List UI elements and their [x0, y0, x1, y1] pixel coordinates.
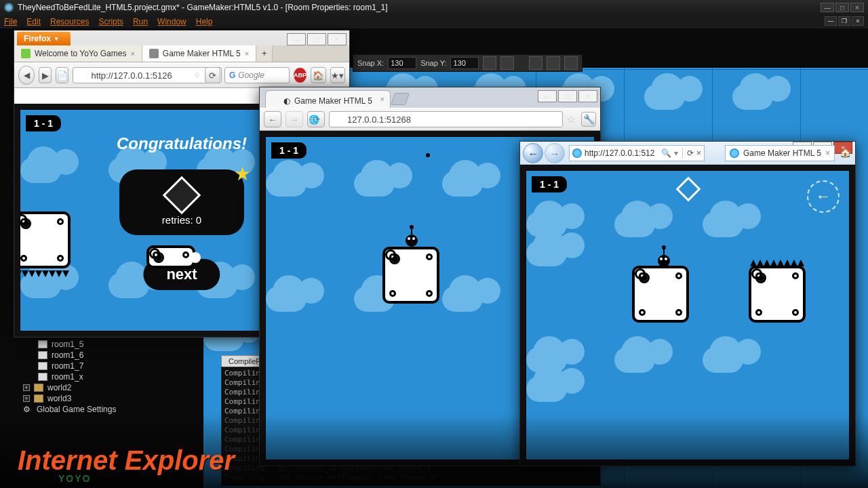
mdi-window-controls: — ❐ × [825, 16, 864, 26]
zoom-out-icon[interactable] [529, 56, 542, 70]
close-button[interactable]: × [850, 3, 864, 12]
maximize-button[interactable]: □ [307, 33, 326, 45]
spikes-icon [750, 259, 808, 266]
zoom-in-icon[interactable] [564, 56, 578, 70]
room-icon [38, 373, 47, 381]
snap-x-label: Snap X: [357, 59, 384, 67]
back-button[interactable]: ← [264, 111, 281, 127]
bookmark-star-icon[interactable]: ☆ [193, 70, 201, 80]
chrome-toolbar: ← → ⟳ 🌐 ☆ 🔧 [260, 108, 600, 131]
menu-resources[interactable]: Resources [50, 17, 89, 26]
ie-tab[interactable]: Game Maker HTML 5 × [725, 145, 835, 161]
gamemaker-menu-bar: File Edit Resources Scripts Run Window H… [0, 15, 868, 28]
yoyo-logo-text: YOYO [58, 473, 91, 484]
tree-room[interactable]: room1_5 [7, 339, 210, 350]
bookmarks-button[interactable]: ★▾ [330, 67, 346, 83]
grid-show-icon[interactable] [483, 56, 496, 70]
ie-window[interactable]: — □ × ← → http://127.0.0.1:512 🔍 ▾ ⟳ × G… [519, 141, 856, 466]
firefox-window-controls: — □ × [287, 33, 347, 45]
firefox-tab-active[interactable]: Game Maker HTML 5× [142, 45, 256, 62]
back-button[interactable]: ◀ [18, 66, 35, 85]
gamemaker-logo-icon [4, 3, 14, 12]
game-canvas-ie[interactable]: 1 - 1 ← [526, 170, 850, 460]
firefox-tab[interactable]: Welcome to YoYo Games× [14, 45, 142, 62]
menu-file[interactable]: File [4, 17, 17, 26]
menu-run[interactable]: Run [133, 17, 148, 26]
room-snap-toolbar: Snap X: Snap Y: [353, 54, 583, 72]
firefox-menu-button[interactable]: Firefox [17, 32, 71, 45]
globe-icon: 🌐 [309, 115, 319, 125]
wrench-icon[interactable]: 🔧 [581, 112, 596, 127]
back-button[interactable]: ← [523, 143, 543, 163]
grid-iso-icon[interactable] [500, 56, 514, 70]
home-button[interactable]: 🏠 [840, 147, 851, 158]
close-tab-icon[interactable]: × [130, 49, 134, 58]
game-block [632, 266, 689, 323]
chrome-url-input[interactable] [329, 111, 563, 127]
mdi-minimize[interactable]: — [825, 16, 837, 26]
level-badge: 1 - 1 [271, 142, 307, 159]
mdi-restore[interactable]: ❐ [838, 16, 850, 26]
ie-logo-icon [730, 148, 739, 158]
zoom-reset-icon[interactable] [547, 56, 560, 70]
minimize-button[interactable]: — [287, 33, 306, 45]
firefox-new-tab-button[interactable]: + [256, 45, 273, 62]
close-button[interactable]: × [578, 90, 597, 102]
close-button[interactable]: × [328, 33, 347, 45]
chrome-tab[interactable]: ◐ Game Maker HTML 5 × [265, 90, 391, 108]
compile-line: Compiling - gml_Object_objTheWall_fade_C… [224, 473, 597, 483]
reload-button[interactable]: ⟳ [687, 148, 694, 158]
maximize-button[interactable]: □ [558, 90, 577, 102]
player-icon [658, 252, 671, 266]
tree-room[interactable]: room1_7 [7, 361, 210, 371]
menu-scripts[interactable]: Scripts [98, 17, 123, 26]
chrome-tab-strip: — □ × ◐ Game Maker HTML 5 × [260, 87, 600, 108]
spikes-icon [20, 270, 73, 277]
minimize-button[interactable]: — [821, 3, 834, 12]
stop-button[interactable]: × [696, 148, 701, 158]
expand-icon[interactable]: + [23, 395, 30, 402]
room-icon [38, 362, 47, 370]
chrome-new-tab-button[interactable] [391, 93, 410, 105]
chevron-down-icon[interactable]: ▾ [674, 148, 678, 158]
minimize-button[interactable]: — [538, 90, 557, 102]
tree-folder[interactable]: +world2 [7, 382, 210, 393]
forward-button[interactable]: → [545, 143, 565, 163]
tree-folder[interactable]: +world3 [7, 393, 210, 404]
tree-global-settings[interactable]: ⚙Global Game Settings [7, 404, 210, 415]
ie-url-text: http://127.0.0.1:512 [585, 148, 654, 158]
ie-toolbar: — □ × ← → http://127.0.0.1:512 🔍 ▾ ⟳ × G… [520, 142, 855, 165]
close-tab-icon[interactable]: × [825, 148, 830, 158]
forward-button[interactable]: ▶ [39, 67, 52, 83]
reload-button[interactable]: ⟳ [205, 67, 220, 83]
tree-room[interactable]: room1_x [7, 371, 210, 382]
favicon-icon: ◐ [283, 96, 290, 106]
expand-icon[interactable]: + [23, 384, 30, 391]
menu-window[interactable]: Window [157, 17, 186, 26]
resource-tree[interactable]: room1_5 room1_6 room1_7 room1_x +world2 … [7, 339, 210, 415]
ie-url-input[interactable]: http://127.0.0.1:512 🔍 ▾ ⟳ × [569, 145, 705, 161]
firefox-toolbar: ◀ ▶ 📄 ☆ ⟳ GGoogle ABP 🏠 ★▾ [14, 62, 349, 88]
search-icon[interactable]: 🔍 [661, 148, 671, 158]
close-tab-icon[interactable]: × [245, 49, 249, 58]
adblock-icon[interactable]: ABP [294, 68, 307, 83]
firefox-tab-strip: Welcome to YoYo Games× Game Maker HTML 5… [14, 45, 349, 62]
watermark-text: Internet Explorer [18, 445, 235, 476]
diamond-icon [163, 176, 201, 215]
snap-x-input[interactable] [388, 57, 416, 69]
firefox-search-input[interactable]: GGoogle [224, 67, 290, 83]
menu-help[interactable]: Help [196, 17, 213, 26]
game-block [146, 245, 195, 268]
maximize-button[interactable]: □ [835, 3, 849, 12]
mdi-close[interactable]: × [852, 16, 864, 26]
forward-button[interactable]: → [285, 111, 303, 127]
home-button[interactable]: 🏠 [311, 67, 326, 83]
menu-edit[interactable]: Edit [26, 17, 41, 26]
snap-y-input[interactable] [450, 57, 479, 69]
close-tab-icon[interactable]: × [380, 95, 384, 103]
bookmark-star-icon[interactable]: ☆ [567, 114, 576, 125]
game-block [749, 266, 806, 323]
tree-room[interactable]: room1_6 [7, 350, 210, 361]
game-dot [426, 153, 430, 157]
gamemaker-window-controls: — □ × [821, 3, 864, 12]
